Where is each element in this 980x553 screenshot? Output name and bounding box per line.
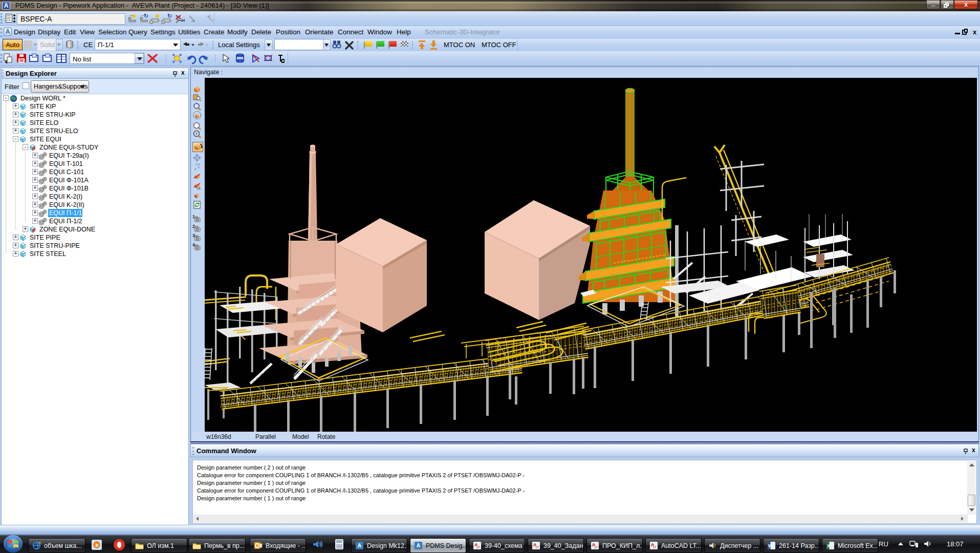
svg-text:LT: LT — [536, 546, 539, 549]
svg-text:↻: ↻ — [167, 13, 172, 19]
svg-text:A: A — [417, 543, 421, 548]
svg-text:LT: LT — [654, 546, 657, 549]
svg-text:A: A — [358, 543, 362, 548]
svg-text:LT: LT — [595, 546, 598, 549]
svg-text:LT: LT — [477, 546, 481, 549]
svg-text:X: X — [827, 543, 831, 548]
svg-text:W: W — [768, 543, 773, 548]
svg-text:✹: ✹ — [155, 13, 160, 19]
svg-text:✹: ✹ — [132, 13, 137, 19]
svg-text:↻: ↻ — [144, 13, 148, 19]
svg-text:CE: CE — [197, 187, 201, 190]
